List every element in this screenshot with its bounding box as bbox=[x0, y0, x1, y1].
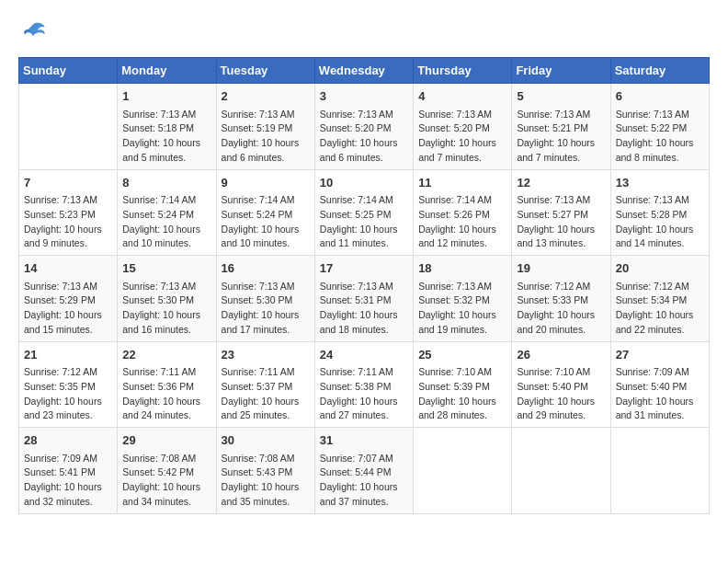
weekday-header-monday: Monday bbox=[118, 58, 216, 84]
day-number: 15 bbox=[122, 259, 210, 278]
day-number: 14 bbox=[24, 259, 112, 278]
calendar-cell-w3-d1: 14Sunrise: 7:13 AMSunset: 5:29 PMDayligh… bbox=[19, 256, 118, 342]
calendar-cell-w2-d5: 11Sunrise: 7:14 AMSunset: 5:26 PMDayligh… bbox=[414, 169, 512, 256]
calendar-cell-w5-d6 bbox=[512, 428, 610, 514]
day-info: Sunrise: 7:13 AMSunset: 5:21 PMDaylight:… bbox=[517, 108, 605, 166]
day-info: Sunrise: 7:13 AMSunset: 5:31 PMDaylight:… bbox=[320, 280, 408, 338]
calendar-cell-w3-d5: 18Sunrise: 7:13 AMSunset: 5:32 PMDayligh… bbox=[414, 256, 512, 342]
calendar-cell-w2-d3: 9Sunrise: 7:14 AMSunset: 5:24 PMDaylight… bbox=[216, 169, 314, 256]
day-number: 12 bbox=[517, 174, 605, 192]
day-number: 25 bbox=[418, 346, 506, 364]
logo bbox=[18, 18, 51, 48]
day-info: Sunrise: 7:13 AMSunset: 5:19 PMDaylight:… bbox=[222, 108, 310, 166]
day-number: 2 bbox=[222, 87, 310, 106]
day-number: 27 bbox=[616, 346, 704, 364]
calendar-cell-w4-d2: 22Sunrise: 7:11 AMSunset: 5:36 PMDayligh… bbox=[118, 341, 216, 428]
calendar-cell-w2-d2: 8Sunrise: 7:14 AMSunset: 5:24 PMDaylight… bbox=[118, 169, 216, 256]
calendar-cell-w4-d4: 24Sunrise: 7:11 AMSunset: 5:38 PMDayligh… bbox=[314, 341, 413, 428]
day-info: Sunrise: 7:13 AMSunset: 5:18 PMDaylight:… bbox=[122, 108, 210, 166]
day-info: Sunrise: 7:07 AMSunset: 5:44 PMDaylight:… bbox=[320, 452, 408, 510]
weekday-header-tuesday: Tuesday bbox=[216, 58, 314, 84]
day-info: Sunrise: 7:08 AMSunset: 5:43 PMDaylight:… bbox=[222, 452, 310, 510]
day-info: Sunrise: 7:08 AMSunset: 5:42 PMDaylight:… bbox=[122, 452, 210, 510]
day-number: 4 bbox=[418, 87, 506, 106]
day-info: Sunrise: 7:13 AMSunset: 5:22 PMDaylight:… bbox=[616, 108, 704, 166]
day-number: 26 bbox=[517, 346, 605, 364]
calendar-cell-w2-d6: 12Sunrise: 7:13 AMSunset: 5:27 PMDayligh… bbox=[512, 169, 610, 256]
day-info: Sunrise: 7:13 AMSunset: 5:28 PMDaylight:… bbox=[616, 193, 704, 251]
week-row-2: 7Sunrise: 7:13 AMSunset: 5:23 PMDaylight… bbox=[19, 169, 710, 256]
calendar-cell-w1-d5: 4Sunrise: 7:13 AMSunset: 5:20 PMDaylight… bbox=[414, 84, 512, 170]
day-number: 30 bbox=[222, 431, 310, 450]
day-info: Sunrise: 7:13 AMSunset: 5:30 PMDaylight:… bbox=[122, 280, 210, 338]
day-info: Sunrise: 7:13 AMSunset: 5:29 PMDaylight:… bbox=[24, 280, 112, 338]
day-info: Sunrise: 7:11 AMSunset: 5:38 PMDaylight:… bbox=[320, 365, 408, 423]
day-info: Sunrise: 7:09 AMSunset: 5:40 PMDaylight:… bbox=[616, 365, 704, 423]
day-number: 9 bbox=[222, 174, 310, 192]
calendar-cell-w5-d3: 30Sunrise: 7:08 AMSunset: 5:43 PMDayligh… bbox=[216, 428, 314, 514]
weekday-header-friday: Friday bbox=[512, 58, 610, 84]
day-info: Sunrise: 7:11 AMSunset: 5:36 PMDaylight:… bbox=[122, 365, 210, 423]
logo-icon bbox=[18, 18, 48, 48]
day-info: Sunrise: 7:12 AMSunset: 5:35 PMDaylight:… bbox=[24, 365, 112, 423]
calendar-cell-w3-d2: 15Sunrise: 7:13 AMSunset: 5:30 PMDayligh… bbox=[118, 256, 216, 342]
day-info: Sunrise: 7:13 AMSunset: 5:20 PMDaylight:… bbox=[320, 108, 408, 166]
page-header bbox=[18, 18, 710, 48]
calendar-cell-w2-d7: 13Sunrise: 7:13 AMSunset: 5:28 PMDayligh… bbox=[610, 169, 709, 256]
day-number: 31 bbox=[320, 431, 408, 450]
calendar-cell-w5-d1: 28Sunrise: 7:09 AMSunset: 5:41 PMDayligh… bbox=[19, 428, 118, 514]
calendar-cell-w5-d7 bbox=[610, 428, 709, 514]
calendar-cell-w1-d4: 3Sunrise: 7:13 AMSunset: 5:20 PMDaylight… bbox=[314, 84, 413, 170]
week-row-1: 1Sunrise: 7:13 AMSunset: 5:18 PMDaylight… bbox=[19, 84, 710, 170]
day-info: Sunrise: 7:11 AMSunset: 5:37 PMDaylight:… bbox=[222, 365, 310, 423]
calendar-cell-w5-d5 bbox=[414, 428, 512, 514]
day-number: 13 bbox=[616, 174, 704, 192]
calendar-cell-w1-d6: 5Sunrise: 7:13 AMSunset: 5:21 PMDaylight… bbox=[512, 84, 610, 170]
week-row-3: 14Sunrise: 7:13 AMSunset: 5:29 PMDayligh… bbox=[19, 256, 710, 342]
day-info: Sunrise: 7:14 AMSunset: 5:24 PMDaylight:… bbox=[122, 193, 210, 251]
day-number: 3 bbox=[320, 87, 408, 106]
weekday-header-row: SundayMondayTuesdayWednesdayThursdayFrid… bbox=[19, 58, 710, 84]
calendar-cell-w4-d3: 23Sunrise: 7:11 AMSunset: 5:37 PMDayligh… bbox=[216, 341, 314, 428]
calendar-cell-w1-d3: 2Sunrise: 7:13 AMSunset: 5:19 PMDaylight… bbox=[216, 84, 314, 170]
calendar-cell-w4-d7: 27Sunrise: 7:09 AMSunset: 5:40 PMDayligh… bbox=[610, 341, 709, 428]
calendar-cell-w3-d7: 20Sunrise: 7:12 AMSunset: 5:34 PMDayligh… bbox=[610, 256, 709, 342]
calendar-cell-w4-d6: 26Sunrise: 7:10 AMSunset: 5:40 PMDayligh… bbox=[512, 341, 610, 428]
weekday-header-saturday: Saturday bbox=[610, 58, 709, 84]
day-info: Sunrise: 7:13 AMSunset: 5:27 PMDaylight:… bbox=[517, 193, 605, 251]
day-number: 7 bbox=[24, 174, 112, 192]
weekday-header-thursday: Thursday bbox=[414, 58, 512, 84]
calendar-table: SundayMondayTuesdayWednesdayThursdayFrid… bbox=[18, 57, 710, 514]
week-row-4: 21Sunrise: 7:12 AMSunset: 5:35 PMDayligh… bbox=[19, 341, 710, 428]
day-number: 23 bbox=[222, 346, 310, 364]
day-info: Sunrise: 7:14 AMSunset: 5:26 PMDaylight:… bbox=[418, 193, 506, 251]
calendar-cell-w4-d1: 21Sunrise: 7:12 AMSunset: 5:35 PMDayligh… bbox=[19, 341, 118, 428]
day-info: Sunrise: 7:14 AMSunset: 5:25 PMDaylight:… bbox=[320, 193, 408, 251]
day-number: 1 bbox=[122, 87, 210, 106]
day-info: Sunrise: 7:13 AMSunset: 5:30 PMDaylight:… bbox=[222, 280, 310, 338]
calendar-cell-w3-d3: 16Sunrise: 7:13 AMSunset: 5:30 PMDayligh… bbox=[216, 256, 314, 342]
calendar-cell-w5-d4: 31Sunrise: 7:07 AMSunset: 5:44 PMDayligh… bbox=[314, 428, 413, 514]
day-number: 22 bbox=[122, 346, 210, 364]
weekday-header-wednesday: Wednesday bbox=[314, 58, 413, 84]
calendar-cell-w5-d2: 29Sunrise: 7:08 AMSunset: 5:42 PMDayligh… bbox=[118, 428, 216, 514]
day-info: Sunrise: 7:12 AMSunset: 5:34 PMDaylight:… bbox=[616, 280, 704, 338]
day-info: Sunrise: 7:13 AMSunset: 5:32 PMDaylight:… bbox=[418, 280, 506, 338]
day-info: Sunrise: 7:13 AMSunset: 5:23 PMDaylight:… bbox=[24, 193, 112, 251]
day-number: 16 bbox=[222, 259, 310, 278]
calendar-cell-w3-d6: 19Sunrise: 7:12 AMSunset: 5:33 PMDayligh… bbox=[512, 256, 610, 342]
calendar-cell-w1-d7: 6Sunrise: 7:13 AMSunset: 5:22 PMDaylight… bbox=[610, 84, 709, 170]
day-number: 29 bbox=[122, 431, 210, 450]
day-number: 6 bbox=[616, 87, 704, 106]
day-number: 21 bbox=[24, 346, 112, 364]
day-info: Sunrise: 7:09 AMSunset: 5:41 PMDaylight:… bbox=[24, 452, 112, 510]
day-number: 10 bbox=[320, 174, 408, 192]
day-number: 8 bbox=[122, 174, 210, 192]
calendar-cell-w2-d1: 7Sunrise: 7:13 AMSunset: 5:23 PMDaylight… bbox=[19, 169, 118, 256]
day-info: Sunrise: 7:10 AMSunset: 5:40 PMDaylight:… bbox=[517, 365, 605, 423]
day-number: 5 bbox=[517, 87, 605, 106]
day-number: 24 bbox=[320, 346, 408, 364]
day-info: Sunrise: 7:13 AMSunset: 5:20 PMDaylight:… bbox=[418, 108, 506, 166]
weekday-header-sunday: Sunday bbox=[19, 58, 118, 84]
calendar-cell-w1-d1 bbox=[19, 84, 118, 170]
